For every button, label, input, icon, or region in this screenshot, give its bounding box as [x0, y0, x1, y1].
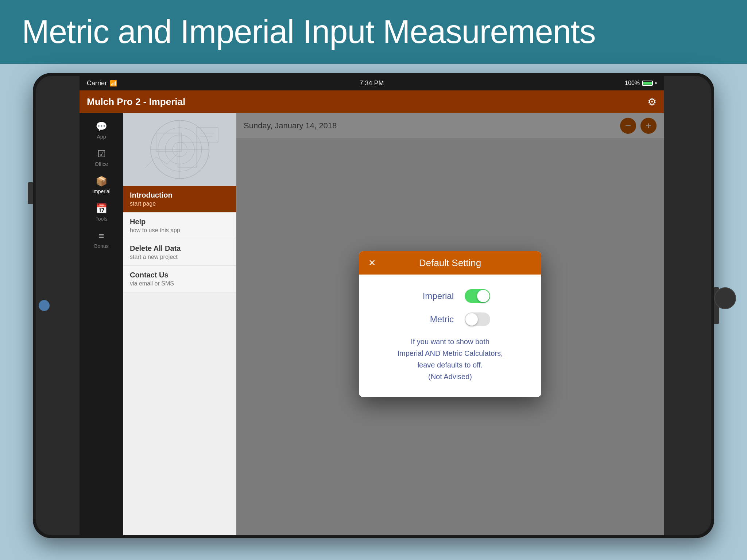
sidebar-label-bonus: Bonus — [94, 243, 109, 249]
ipad-frame: Carrier 📶 7:34 PM 100% Mulch Pro 2 - Imp… — [33, 73, 714, 538]
sidebar-item-office[interactable]: ☑ Office — [80, 144, 123, 171]
blueprint-bg — [123, 113, 236, 186]
time-display: 7:34 PM — [359, 79, 384, 87]
modal-title: Default Setting — [419, 257, 481, 269]
globe-icon — [39, 300, 50, 311]
imperial-toggle[interactable] — [465, 289, 490, 303]
menu-item-sub-delete: start a new project — [130, 254, 229, 260]
battery-percent: 100% — [625, 80, 640, 86]
status-bar-right: 100% — [625, 80, 657, 86]
ipad-home-inner — [714, 287, 736, 309]
metric-toggle-knob — [465, 313, 478, 326]
calendar-icon: 📅 — [96, 203, 107, 214]
cube-icon: 📦 — [96, 176, 107, 187]
main-content: 💬 App ☑ Office 📦 Imperial 📅 Tools — [80, 113, 664, 535]
settings-icon[interactable]: ⚙ — [647, 96, 657, 108]
sidebar-label-app: App — [97, 134, 106, 140]
menu-item-sub-introduction: start page — [130, 201, 229, 207]
wifi-icon: 📶 — [110, 80, 117, 87]
battery-bar — [642, 81, 653, 86]
blueprint-svg — [123, 113, 236, 186]
sidebar-item-imperial[interactable]: 📦 Imperial — [80, 171, 123, 199]
modal-info-text: If you want to show both Imperial AND Me… — [377, 336, 523, 382]
right-panel: Sunday, January 14, 2018 − + ✕ Defaul — [236, 113, 664, 535]
sidebar: 💬 App ☑ Office 📦 Imperial 📅 Tools — [80, 113, 123, 535]
sidebar-label-office: Office — [95, 161, 108, 167]
modal-overlay: ✕ Default Setting Imperial — [236, 113, 664, 535]
modal-header: ✕ Default Setting — [359, 251, 541, 275]
battery-fill — [643, 82, 652, 85]
nav-title: Mulch Pro 2 - Imperial — [87, 96, 185, 108]
metric-toggle-row: Metric — [377, 312, 523, 326]
menu-item-title-delete: Delete All Data — [130, 244, 229, 253]
menu-item-introduction[interactable]: Introduction start page — [123, 186, 236, 213]
menu-item-help[interactable]: Help how to use this app — [123, 213, 236, 239]
menu-item-title-contact: Contact Us — [130, 271, 229, 279]
ipad-inner: Carrier 📶 7:34 PM 100% Mulch Pro 2 - Imp… — [36, 76, 711, 535]
battery-tip — [655, 82, 657, 84]
list-icon: ≡ — [98, 230, 104, 242]
menu-item-delete-all-data[interactable]: Delete All Data start a new project — [123, 239, 236, 266]
menu-item-title-introduction: Introduction — [130, 191, 229, 199]
menu-item-title-help: Help — [130, 218, 229, 226]
blueprint-area — [123, 113, 236, 186]
sidebar-item-bonus[interactable]: ≡ Bonus — [80, 226, 123, 253]
menu-items: Introduction start page Help how to use … — [123, 186, 236, 292]
banner-title: Metric and Imperial Input Measurements — [22, 13, 596, 51]
modal-body: Imperial Metric — [359, 275, 541, 397]
imperial-toggle-knob — [477, 290, 489, 302]
menu-item-sub-contact: via email or SMS — [130, 280, 229, 287]
status-bar: Carrier 📶 7:34 PM 100% — [80, 76, 664, 90]
ipad-home-button-right[interactable] — [714, 287, 719, 324]
chat-icon: 💬 — [96, 121, 107, 132]
status-bar-left: Carrier 📶 — [87, 79, 117, 87]
top-banner: Metric and Imperial Input Measurements — [0, 0, 747, 64]
menu-item-sub-help: how to use this app — [130, 227, 229, 234]
imperial-toggle-row: Imperial — [377, 289, 523, 303]
sidebar-item-app[interactable]: 💬 App — [80, 117, 123, 144]
ipad-screen: Carrier 📶 7:34 PM 100% Mulch Pro 2 - Imp… — [80, 76, 664, 535]
menu-item-contact-us[interactable]: Contact Us via email or SMS — [123, 266, 236, 292]
sidebar-item-tools[interactable]: 📅 Tools — [80, 199, 123, 226]
check-icon: ☑ — [97, 148, 106, 160]
left-panel: Introduction start page Help how to use … — [123, 113, 236, 535]
imperial-label: Imperial — [410, 291, 454, 301]
ipad-side-button — [28, 182, 33, 204]
metric-label: Metric — [410, 314, 454, 324]
sidebar-label-imperial: Imperial — [92, 188, 111, 194]
sidebar-label-tools: Tools — [96, 216, 108, 222]
modal-close-button[interactable]: ✕ — [365, 256, 379, 269]
modal-dialog: ✕ Default Setting Imperial — [359, 251, 541, 397]
nav-bar: Mulch Pro 2 - Imperial ⚙ — [80, 90, 664, 113]
carrier-label: Carrier — [87, 79, 107, 87]
metric-toggle[interactable] — [465, 312, 490, 326]
